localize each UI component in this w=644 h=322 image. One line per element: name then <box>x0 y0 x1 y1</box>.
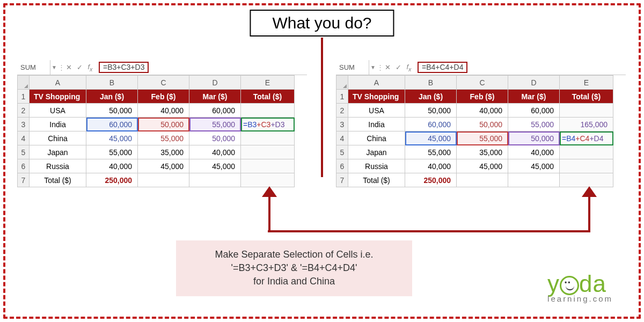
cell-total[interactable] <box>560 104 613 118</box>
dropdown-icon[interactable]: ▼ <box>369 64 377 70</box>
col-header[interactable]: A <box>30 76 86 90</box>
cell[interactable]: China <box>348 131 405 145</box>
col-header[interactable]: E <box>241 76 295 90</box>
fx-icon[interactable]: fx <box>85 63 96 72</box>
cell[interactable]: China <box>30 131 86 145</box>
row-header[interactable]: 7 <box>336 173 348 187</box>
cell[interactable]: 250,000 <box>86 173 138 187</box>
cell[interactable]: 40,000 <box>405 159 457 173</box>
cell-total[interactable] <box>560 159 613 173</box>
cell[interactable]: 50,000 <box>138 118 189 131</box>
cell[interactable]: 50,000 <box>405 104 457 118</box>
dropdown-icon[interactable]: ▼ <box>50 64 58 70</box>
cell[interactable]: 45,000 <box>138 159 189 173</box>
cell[interactable]: 40,000 <box>138 104 189 118</box>
cell[interactable]: 45,000 <box>508 159 560 173</box>
cell[interactable] <box>189 173 241 187</box>
cell[interactable]: 45,000 <box>405 131 457 145</box>
cell[interactable]: Russia <box>348 159 405 173</box>
cell[interactable]: 40,000 <box>457 104 508 118</box>
cell[interactable]: 50,000 <box>457 118 508 131</box>
cell[interactable]: 50,000 <box>86 104 138 118</box>
cell[interactable]: 250,000 <box>405 173 457 187</box>
cell[interactable]: 55,000 <box>508 118 560 131</box>
cell[interactable]: 55,000 <box>189 118 241 131</box>
row-header[interactable]: 6 <box>18 159 30 173</box>
cell[interactable]: 35,000 <box>457 145 508 159</box>
cell[interactable]: 55,000 <box>457 131 508 145</box>
cell[interactable]: 40,000 <box>86 159 138 173</box>
cell[interactable] <box>457 173 508 187</box>
formula-input[interactable]: =B4+C4+D4 <box>418 62 467 73</box>
cell[interactable]: 60,000 <box>189 104 241 118</box>
brand-logo: yda learning.com <box>547 272 613 303</box>
row-header[interactable]: 5 <box>18 145 30 159</box>
col-header[interactable]: B <box>86 76 138 90</box>
cell[interactable]: 45,000 <box>457 159 508 173</box>
cell[interactable] <box>138 173 189 187</box>
table-header-cell: Mar ($) <box>508 90 560 104</box>
name-box[interactable]: SUM <box>17 60 50 75</box>
cell[interactable]: Total ($) <box>348 173 405 187</box>
cancel-icon[interactable]: ✕ <box>63 63 74 71</box>
enter-icon[interactable]: ✓ <box>74 63 85 71</box>
cancel-icon[interactable]: ✕ <box>382 63 393 71</box>
enter-icon[interactable]: ✓ <box>393 63 404 71</box>
fx-icon[interactable]: fx <box>404 63 414 72</box>
cell[interactable]: India <box>30 118 86 131</box>
row-header[interactable]: 2 <box>336 104 348 118</box>
cell[interactable]: 50,000 <box>189 131 241 145</box>
cell[interactable]: 40,000 <box>189 145 241 159</box>
cell-total[interactable] <box>241 104 295 118</box>
row-header[interactable]: 4 <box>18 131 30 145</box>
col-header[interactable]: C <box>457 76 508 90</box>
spreadsheet-grid-right[interactable]: ABCDE1TV ShoppingJan ($)Feb ($)Mar ($)To… <box>336 75 613 187</box>
col-header[interactable]: A <box>348 76 405 90</box>
cell-total[interactable] <box>241 159 295 173</box>
cell-total[interactable] <box>241 145 295 159</box>
row-header[interactable]: 3 <box>18 118 30 131</box>
cell-total[interactable]: =B4+C4+D4 <box>560 131 613 145</box>
cell[interactable]: 55,000 <box>86 145 138 159</box>
row-header[interactable]: 3 <box>336 118 348 131</box>
cell[interactable]: 50,000 <box>508 131 560 145</box>
row-header[interactable]: 4 <box>336 131 348 145</box>
spreadsheet-grid-left[interactable]: ABCDE1TV ShoppingJan ($)Feb ($)Mar ($)To… <box>17 75 295 187</box>
cell[interactable]: 35,000 <box>138 145 189 159</box>
cell[interactable]: 55,000 <box>138 131 189 145</box>
cell[interactable]: 55,000 <box>405 145 457 159</box>
cell-total[interactable]: 165,000 <box>560 118 613 131</box>
cell[interactable]: India <box>348 118 405 131</box>
col-header[interactable]: E <box>560 76 613 90</box>
cell[interactable]: Japan <box>348 145 405 159</box>
name-box[interactable]: SUM <box>336 60 369 75</box>
cell[interactable]: USA <box>348 104 405 118</box>
cell-total[interactable] <box>241 131 295 145</box>
row-header[interactable]: 2 <box>18 104 30 118</box>
cell-total[interactable] <box>241 173 295 187</box>
col-header[interactable]: C <box>138 76 189 90</box>
cell[interactable]: 45,000 <box>86 131 138 145</box>
cell[interactable]: 45,000 <box>189 159 241 173</box>
row-header[interactable]: 7 <box>18 173 30 187</box>
cell[interactable] <box>508 173 560 187</box>
col-header[interactable]: D <box>189 76 241 90</box>
cell[interactable]: Japan <box>30 145 86 159</box>
cell-total[interactable]: =B3+C3+D3 <box>241 118 295 131</box>
formula-input[interactable]: =B3+C3+D3 <box>99 62 149 73</box>
row-header[interactable]: 1 <box>336 90 348 104</box>
cell[interactable]: 60,000 <box>508 104 560 118</box>
cell-total[interactable] <box>560 145 613 159</box>
col-header[interactable]: B <box>405 76 457 90</box>
row-header[interactable]: 1 <box>18 90 30 104</box>
cell[interactable]: 60,000 <box>405 118 457 131</box>
cell[interactable]: Total ($) <box>30 173 86 187</box>
cell[interactable]: Russia <box>30 159 86 173</box>
cell-total[interactable] <box>560 173 613 187</box>
col-header[interactable]: D <box>508 76 560 90</box>
row-header[interactable]: 5 <box>336 145 348 159</box>
cell[interactable]: 40,000 <box>508 145 560 159</box>
cell[interactable]: USA <box>30 104 86 118</box>
cell[interactable]: 60,000 <box>86 118 138 131</box>
row-header[interactable]: 6 <box>336 159 348 173</box>
